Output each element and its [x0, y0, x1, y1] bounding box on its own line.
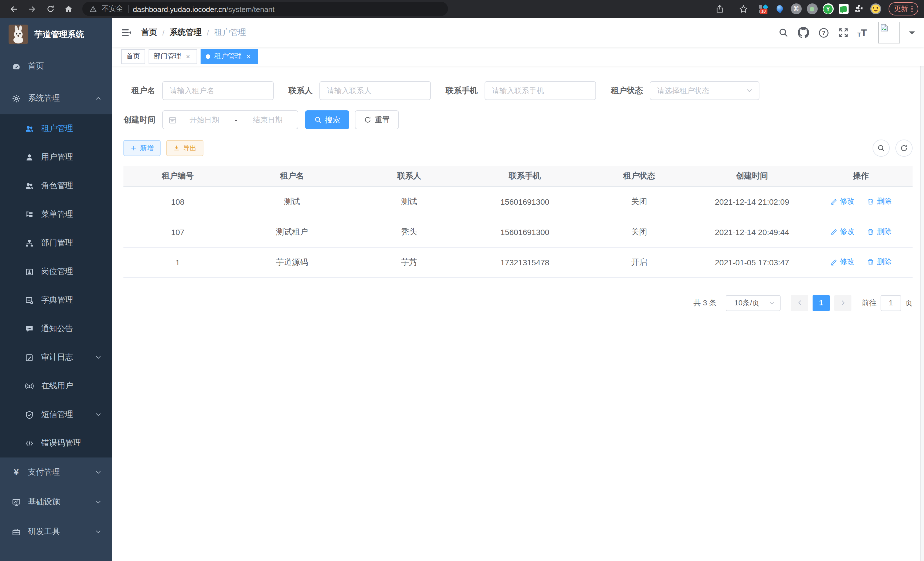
address-bar[interactable]: 不安全 dashboard.yudao.iocoder.cn/system/te…: [82, 2, 448, 16]
export-button[interactable]: 导出: [166, 140, 203, 156]
close-icon[interactable]: ×: [244, 52, 253, 60]
avatar[interactable]: [878, 22, 900, 44]
prev-page-button[interactable]: [791, 295, 808, 311]
sidebar-item-user[interactable]: 用户管理: [0, 143, 112, 171]
show-search-toggle-button[interactable]: [873, 140, 890, 157]
breadcrumb-current: 租户管理: [214, 27, 246, 38]
add-button[interactable]: 新增: [123, 140, 160, 156]
tab-dept[interactable]: 部门管理 ×: [148, 49, 197, 64]
tab-tenant[interactable]: 租户管理 ×: [201, 49, 258, 64]
chevron-right-icon: [839, 299, 847, 307]
delete-icon: [867, 228, 874, 236]
browser-menu-icon[interactable]: [911, 6, 913, 12]
edit-link[interactable]: 修改: [830, 257, 855, 267]
goto-page-input[interactable]: [880, 295, 901, 311]
record-extension-icon[interactable]: [807, 3, 818, 14]
browser-scrollbar[interactable]: [920, 37, 924, 561]
font-size-icon[interactable]: TT: [857, 28, 867, 38]
security-label: 不安全: [102, 4, 123, 14]
contact-input[interactable]: [320, 81, 431, 100]
role-users-icon: [25, 182, 34, 190]
sidebar-item-audit-log[interactable]: 审计日志: [0, 343, 112, 372]
bookmark-star-icon[interactable]: [736, 2, 750, 16]
sidebar-item-pay[interactable]: ¥ 支付管理: [0, 457, 112, 487]
browser-reload-icon[interactable]: [44, 2, 57, 16]
browser-forward-icon[interactable]: [25, 2, 39, 16]
sidebar-item-notice[interactable]: 通知公告: [0, 314, 112, 343]
command-extension-icon[interactable]: ⌘: [790, 3, 801, 14]
share-icon[interactable]: [713, 2, 727, 16]
sidebar-item-dict[interactable]: 字典管理: [0, 286, 112, 314]
extension-grid-icon[interactable]: 10: [758, 3, 769, 15]
balloon-extension-icon[interactable]: [774, 3, 785, 15]
refresh-table-button[interactable]: [896, 140, 913, 157]
filter-form-row-2: 创建时间 开始日期 - 结束日期 搜索: [123, 110, 913, 129]
status-value: 开启: [584, 247, 695, 277]
github-icon[interactable]: [797, 27, 809, 38]
edit-icon: [830, 228, 837, 236]
breadcrumb-system[interactable]: 系统管理: [170, 27, 202, 38]
sidebar-item-tenant[interactable]: 租户管理: [0, 114, 112, 143]
delete-link[interactable]: 删除: [867, 257, 892, 267]
screen: 不安全 dashboard.yudao.iocoder.cn/system/te…: [0, 0, 924, 561]
col-tenant-id: 租户编号: [123, 166, 232, 186]
sidebar-item-role[interactable]: 角色管理: [0, 171, 112, 200]
edit-link[interactable]: 修改: [830, 196, 855, 207]
header-search-icon[interactable]: [778, 27, 788, 38]
download-icon: [173, 145, 180, 152]
sidebar-item-post[interactable]: 岗位管理: [0, 257, 112, 286]
fullscreen-icon[interactable]: [838, 27, 848, 38]
col-contact: 联系人: [352, 166, 466, 186]
dict-book-icon: [25, 296, 34, 305]
create-time-range-picker[interactable]: 开始日期 - 结束日期: [162, 110, 298, 129]
chat-extension-icon[interactable]: [838, 4, 848, 14]
svg-text:?: ?: [822, 29, 825, 36]
tenant-table: 租户编号 租户名 联系人 联系手机 租户状态 创建时间 操作 108 测试: [123, 166, 913, 278]
reset-button[interactable]: 重置: [355, 110, 399, 129]
end-date-placeholder: 结束日期: [243, 115, 292, 125]
browser-back-icon[interactable]: [7, 2, 21, 16]
chevron-down-icon: [95, 528, 102, 535]
mobile-input[interactable]: [484, 81, 596, 100]
mobile-label: 联系手机: [446, 86, 484, 96]
extension-badge: 10: [760, 8, 767, 14]
sidebar-item-infra[interactable]: 基础设施: [0, 487, 112, 517]
sidebar-item-home[interactable]: 首页: [0, 50, 112, 82]
sidebar-item-errorcode[interactable]: 错误码管理: [0, 429, 112, 457]
breadcrumb-home[interactable]: 首页: [141, 27, 157, 38]
delete-link[interactable]: 删除: [867, 196, 892, 207]
browser-home-icon[interactable]: [62, 2, 75, 16]
sidebar-item-online-users[interactable]: 在线用户: [0, 372, 112, 400]
tab-home[interactable]: 首页: [121, 49, 145, 64]
status-select[interactable]: 请选择租户状态: [650, 81, 759, 100]
sidebar-item-menu[interactable]: 菜单管理: [0, 200, 112, 229]
plus-icon: [130, 145, 137, 152]
delete-link[interactable]: 删除: [867, 227, 892, 237]
calendar-icon: [169, 116, 177, 124]
edit-link[interactable]: 修改: [830, 227, 855, 237]
chrome-update-button[interactable]: 更新: [888, 2, 918, 15]
goto-label: 前往: [862, 298, 877, 308]
help-icon[interactable]: ?: [818, 27, 829, 38]
close-icon[interactable]: ×: [184, 52, 192, 60]
tenant-name-input[interactable]: [162, 81, 274, 100]
y-logo-extension-icon[interactable]: Y: [823, 3, 833, 14]
errorcode-icon: [25, 439, 34, 447]
avatar-caret-down-icon[interactable]: [909, 31, 915, 37]
next-page-button[interactable]: [834, 295, 851, 311]
system-submenu: 租户管理 用户管理 角色管理 菜单管理 部门管理: [0, 114, 112, 457]
extensions-puzzle-icon[interactable]: [854, 3, 865, 15]
sidebar-item-system[interactable]: 系统管理: [0, 82, 112, 114]
app-logo[interactable]: 芋道管理系统: [0, 18, 112, 50]
sidebar-toggle-icon[interactable]: [121, 27, 131, 38]
refresh-icon: [900, 144, 908, 152]
sidebar-item-sms[interactable]: 短信管理: [0, 400, 112, 429]
search-button[interactable]: 搜索: [305, 110, 349, 129]
page-size-select[interactable]: 10条/页: [726, 295, 781, 311]
emoji-extension-icon[interactable]: [870, 3, 881, 14]
sidebar-item-dept[interactable]: 部门管理: [0, 229, 112, 257]
chevron-up-icon: [95, 95, 102, 102]
sidebar-item-devtools[interactable]: 研发工具: [0, 517, 112, 547]
sms-shield-icon: [25, 410, 34, 419]
page-number-1[interactable]: 1: [813, 295, 830, 311]
